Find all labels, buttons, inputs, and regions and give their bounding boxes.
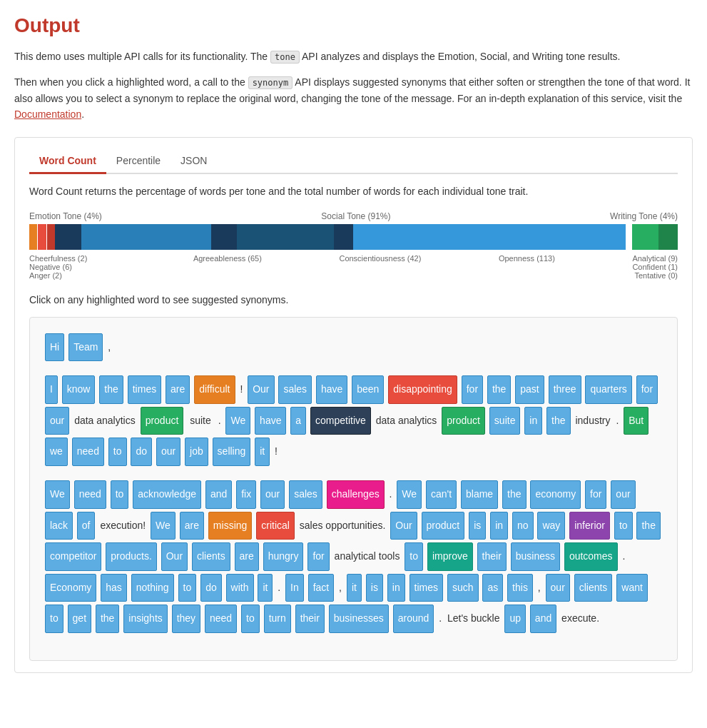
word-turn[interactable]: turn: [264, 605, 291, 633]
word-lack[interactable]: lack: [45, 512, 73, 540]
word-improve[interactable]: improve: [427, 542, 473, 571]
word-competitor[interactable]: competitor: [45, 542, 101, 571]
tab-word-count[interactable]: Word Count: [29, 149, 106, 174]
word-selling[interactable]: selling: [213, 438, 251, 466]
word-product1[interactable]: product: [141, 407, 184, 435]
word-want[interactable]: want: [616, 574, 648, 602]
word-the3[interactable]: the: [546, 407, 570, 435]
word-hungry[interactable]: hungry: [263, 542, 304, 571]
word-nothing[interactable]: nothing: [131, 574, 174, 602]
word-cant[interactable]: can't: [426, 480, 457, 509]
word-with[interactable]: with: [226, 574, 254, 602]
word-acknowledge[interactable]: acknowledge: [133, 480, 201, 509]
word-clients1[interactable]: clients: [192, 542, 230, 571]
word-inferior[interactable]: inferior: [569, 512, 610, 540]
word-economy1[interactable]: economy: [530, 480, 581, 509]
word-our4[interactable]: our: [260, 480, 285, 509]
word-quarters[interactable]: quarters: [585, 375, 631, 404]
word-team[interactable]: Team: [68, 333, 103, 362]
word-to3[interactable]: to: [614, 512, 633, 540]
word-in4[interactable]: in: [387, 574, 405, 602]
word-and1[interactable]: and: [205, 480, 232, 509]
word-this[interactable]: this: [507, 574, 533, 602]
word-it2[interactable]: it: [258, 574, 273, 602]
word-they[interactable]: they: [172, 605, 200, 633]
word-has[interactable]: has: [101, 574, 127, 602]
word-business1[interactable]: business: [511, 542, 560, 571]
word-the6[interactable]: the: [96, 605, 119, 633]
word-no[interactable]: no: [512, 512, 534, 540]
word-we2[interactable]: we: [45, 438, 68, 466]
word-it1[interactable]: it: [255, 438, 270, 466]
word-and2[interactable]: and: [530, 605, 556, 633]
word-our1[interactable]: Our: [248, 375, 274, 404]
word-i[interactable]: I: [45, 375, 58, 404]
word-fix[interactable]: fix: [236, 480, 256, 509]
word-disappointing[interactable]: disappointing: [388, 375, 457, 404]
word-clients2[interactable]: clients: [574, 574, 613, 602]
word-to6[interactable]: to: [45, 605, 63, 633]
word-do1[interactable]: do: [131, 438, 152, 466]
word-three[interactable]: three: [549, 375, 581, 404]
word-do2[interactable]: do: [200, 574, 222, 602]
word-our5[interactable]: our: [611, 480, 635, 509]
word-in3[interactable]: In: [285, 574, 304, 602]
word-times1[interactable]: times: [128, 375, 161, 404]
word-get[interactable]: get: [68, 605, 91, 633]
word-in1[interactable]: in: [524, 407, 542, 435]
word-the1[interactable]: the: [99, 375, 123, 404]
word-know[interactable]: know: [62, 375, 96, 404]
word-economy2[interactable]: Economy: [45, 574, 96, 602]
word-to1[interactable]: to: [108, 438, 127, 466]
word-our3[interactable]: our: [156, 438, 180, 466]
word-blame[interactable]: blame: [461, 480, 498, 509]
word-difficult[interactable]: difficult: [194, 375, 235, 404]
word-hi[interactable]: Hi: [45, 333, 64, 362]
word-competitive[interactable]: competitive: [310, 407, 371, 435]
word-for1[interactable]: for: [462, 375, 483, 404]
word-businesses[interactable]: businesses: [329, 605, 389, 633]
word-to4[interactable]: to: [405, 542, 423, 571]
word-to5[interactable]: to: [178, 574, 197, 602]
word-their2[interactable]: their: [295, 605, 325, 633]
word-the2[interactable]: the: [487, 375, 511, 404]
word-challenges[interactable]: challenges: [327, 480, 385, 509]
word-to2[interactable]: to: [111, 480, 129, 509]
word-our6[interactable]: Our: [390, 512, 417, 540]
word-products[interactable]: products.: [106, 542, 157, 571]
word-critical[interactable]: critical: [256, 512, 295, 540]
word-the5[interactable]: the: [636, 512, 660, 540]
word-their1[interactable]: their: [477, 542, 507, 571]
word-are2[interactable]: are: [180, 512, 204, 540]
word-sales2[interactable]: sales: [289, 480, 322, 509]
tab-json[interactable]: JSON: [171, 149, 217, 174]
word-of1[interactable]: of: [77, 512, 96, 540]
word-suite2[interactable]: suite: [489, 407, 521, 435]
word-around[interactable]: around: [393, 605, 434, 633]
word-have1[interactable]: have: [316, 375, 347, 404]
word-for4[interactable]: for: [307, 542, 329, 571]
word-the4[interactable]: the: [502, 480, 526, 509]
word-are1[interactable]: are: [166, 375, 190, 404]
word-such[interactable]: such: [447, 574, 479, 602]
word-a[interactable]: a: [290, 407, 306, 435]
word-sales1[interactable]: sales: [278, 375, 312, 404]
word-for3[interactable]: for: [585, 480, 606, 509]
word-but[interactable]: But: [624, 407, 648, 435]
word-outcomes[interactable]: outcomes: [564, 542, 618, 571]
documentation-link[interactable]: Documentation: [14, 108, 81, 120]
word-past[interactable]: past: [515, 375, 544, 404]
word-is1[interactable]: is: [469, 512, 486, 540]
word-are3[interactable]: are: [235, 542, 259, 571]
word-need2[interactable]: need: [74, 480, 106, 509]
word-we4[interactable]: We: [397, 480, 422, 509]
word-is2[interactable]: is: [366, 574, 383, 602]
word-way[interactable]: way: [537, 512, 565, 540]
word-our2[interactable]: our: [45, 407, 69, 435]
word-product3[interactable]: product: [422, 512, 465, 540]
word-job[interactable]: job: [185, 438, 208, 466]
word-for2[interactable]: for: [636, 375, 658, 404]
word-we1[interactable]: We: [225, 407, 250, 435]
word-missing[interactable]: missing: [208, 512, 252, 540]
tab-percentile[interactable]: Percentile: [106, 149, 171, 174]
